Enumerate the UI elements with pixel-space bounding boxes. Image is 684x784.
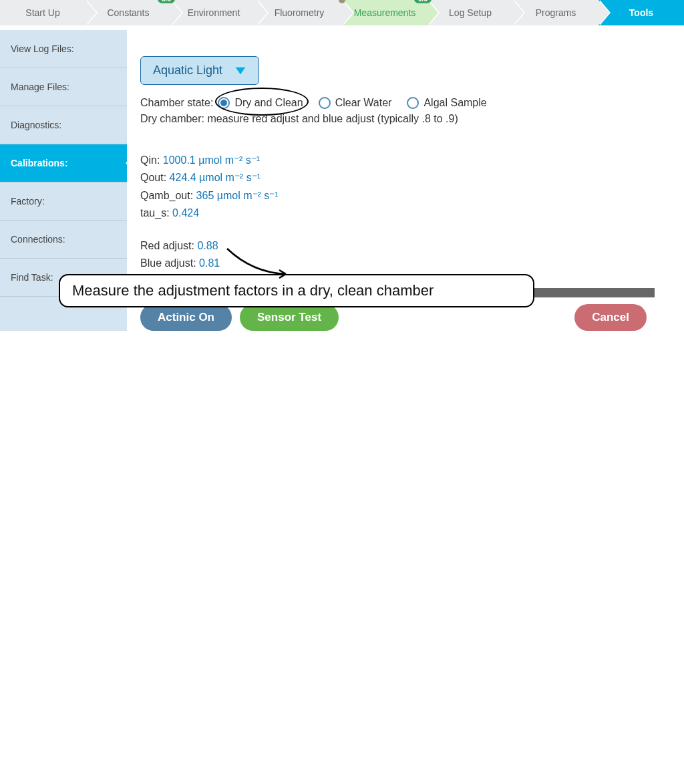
- radio-clear-water[interactable]: Clear Water: [314, 97, 392, 109]
- top-nav: Start Up Constants5/5 Environment Fluoro…: [0, 0, 684, 25]
- actinic-on-button[interactable]: Actinic On: [140, 304, 232, 331]
- tab-programs[interactable]: Programs: [513, 0, 598, 25]
- chamber-state-row: Chamber state: Dry and Clean Clear Water…: [140, 97, 684, 109]
- sidebar-item-diagnostics[interactable]: Diagnostics:: [0, 106, 127, 144]
- badge-measurements: 0/0: [414, 0, 432, 3]
- sidebar-item-manage-files[interactable]: Manage Files:: [0, 68, 127, 106]
- chamber-hint: Dry chamber: measure red adjust and blue…: [140, 113, 684, 125]
- badge-constants: 5/5: [158, 0, 175, 3]
- chamber-state-label: Chamber state:: [140, 97, 213, 109]
- radio-algal-sample[interactable]: Algal Sample: [402, 97, 486, 109]
- sidebar-item-view-log[interactable]: View Log Files:: [0, 30, 127, 68]
- dot-icon: [339, 0, 345, 3]
- tab-log-setup[interactable]: Log Setup: [428, 0, 513, 25]
- tab-start-up[interactable]: Start Up: [0, 0, 86, 25]
- tab-measurements[interactable]: Measurements0/0: [342, 0, 428, 25]
- sidebar-item-connections[interactable]: Connections:: [0, 221, 127, 259]
- annotation-main: Measure the adjustment factors in a dry,…: [59, 274, 534, 307]
- chevron-down-icon: ▼: [232, 63, 249, 78]
- tab-environment[interactable]: Environment: [171, 0, 256, 25]
- sidebar-item-calibrations[interactable]: Calibrations:: [0, 144, 127, 182]
- radio-dry-clean[interactable]: Dry and Clean: [213, 97, 303, 109]
- stats-block: Qin: 1000.1 µmol m⁻² s⁻¹ Qout: 424.4 µmo…: [140, 152, 684, 272]
- tab-fluorometry[interactable]: Fluorometry: [256, 0, 342, 25]
- tab-tools[interactable]: Tools: [598, 0, 684, 25]
- aquatic-light-dropdown[interactable]: Aquatic Light▼: [140, 56, 259, 85]
- sensor-test-button[interactable]: Sensor Test: [240, 304, 339, 331]
- tab-constants[interactable]: Constants5/5: [86, 0, 171, 25]
- sidebar-item-factory[interactable]: Factory:: [0, 182, 127, 221]
- button-row: Actinic On Sensor Test Cancel: [140, 304, 655, 331]
- cancel-button[interactable]: Cancel: [574, 304, 647, 331]
